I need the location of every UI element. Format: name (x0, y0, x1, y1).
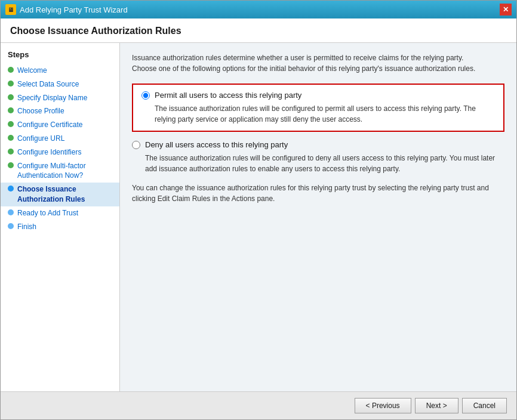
sidebar-item-configure-cert[interactable]: Configure Certificate (1, 118, 119, 132)
sidebar-label-welcome: Welcome (17, 66, 47, 76)
sidebar: Steps Welcome Select Data Source Specify… (1, 43, 120, 391)
dot-icon-cert (8, 121, 14, 127)
title-bar: 🖥 Add Relying Party Trust Wizard ✕ (1, 1, 516, 18)
sidebar-item-welcome[interactable]: Welcome (1, 64, 119, 78)
close-button[interactable]: ✕ (500, 4, 512, 16)
deny-description: The issuance authorization rules will be… (145, 153, 504, 174)
deny-label[interactable]: Deny all users access to this relying pa… (145, 140, 288, 149)
intro-text: Issuance authorization rules determine w… (132, 52, 504, 74)
title-bar-left: 🖥 Add Relying Party Trust Wizard (5, 4, 128, 15)
deny-option-box: Deny all users access to this relying pa… (132, 140, 504, 174)
sidebar-item-finish[interactable]: Finish (1, 220, 119, 234)
dot-icon-welcome (8, 67, 14, 73)
sidebar-label-finish: Finish (17, 222, 36, 232)
sidebar-item-ready-to-add[interactable]: Ready to Add Trust (1, 206, 119, 220)
sidebar-label-cert: Configure Certificate (17, 120, 82, 130)
sidebar-label-multifactor: Configure Multi-factor Authentication No… (17, 161, 112, 181)
dot-icon-display-name (8, 94, 14, 100)
sidebar-title: Steps (1, 50, 119, 64)
deny-radio[interactable] (132, 141, 140, 149)
sidebar-item-multifactor[interactable]: Configure Multi-factor Authentication No… (1, 159, 119, 183)
sidebar-label-profile: Choose Profile (17, 106, 64, 116)
window-title: Add Relying Party Trust Wizard (20, 5, 128, 14)
sidebar-item-issuance-rules[interactable]: Choose Issuance Authorization Rules (1, 183, 119, 206)
sidebar-label-url: Configure URL (17, 134, 64, 144)
dot-icon-url (8, 135, 14, 141)
deny-radio-row: Deny all users access to this relying pa… (132, 140, 504, 149)
sidebar-label-select-data: Select Data Source (17, 79, 79, 89)
dot-icon-identifiers (8, 149, 14, 155)
dot-icon-finish (8, 223, 14, 229)
dot-icon-profile (8, 107, 14, 113)
right-panel: Issuance authorization rules determine w… (120, 43, 516, 391)
permit-option-box: Permit all users to access this relying … (132, 84, 504, 132)
page-title: Choose Issuance Authorization Rules (10, 26, 507, 36)
permit-label[interactable]: Permit all users to access this relying … (155, 91, 301, 100)
sidebar-item-configure-url[interactable]: Configure URL (1, 132, 119, 146)
permit-radio-row: Permit all users to access this relying … (141, 91, 495, 100)
dot-icon-ready (8, 209, 14, 215)
dot-icon-multifactor (8, 162, 14, 168)
permit-description: The issuance authorization rules will be… (155, 103, 495, 125)
sidebar-label-ready: Ready to Add Trust (17, 208, 78, 218)
sidebar-label-display-name: Specify Display Name (17, 93, 87, 103)
dot-icon-select-data (8, 81, 14, 87)
main-body: Steps Welcome Select Data Source Specify… (1, 43, 516, 391)
next-button[interactable]: Next > (415, 398, 458, 413)
sidebar-item-specify-display-name[interactable]: Specify Display Name (1, 91, 119, 105)
sidebar-label-issuance: Choose Issuance Authorization Rules (17, 184, 112, 205)
sidebar-item-configure-identifiers[interactable]: Configure Identifiers (1, 146, 119, 159)
cancel-button[interactable]: Cancel (462, 398, 507, 413)
sidebar-item-choose-profile[interactable]: Choose Profile (1, 104, 119, 118)
permit-radio[interactable] (141, 91, 150, 100)
content-area: Steps Welcome Select Data Source Specify… (1, 43, 516, 391)
dot-icon-issuance (8, 186, 14, 192)
wizard-window: 🖥 Add Relying Party Trust Wizard ✕ Choos… (0, 0, 517, 420)
previous-button[interactable]: < Previous (355, 398, 411, 413)
footer-note: You can change the issuance authorizatio… (132, 183, 504, 204)
sidebar-item-select-data-source[interactable]: Select Data Source (1, 78, 119, 91)
app-icon: 🖥 (5, 4, 16, 15)
page-header: Choose Issuance Authorization Rules (1, 18, 516, 43)
sidebar-label-identifiers: Configure Identifiers (17, 147, 81, 158)
footer-bar: < Previous Next > Cancel (1, 391, 516, 419)
